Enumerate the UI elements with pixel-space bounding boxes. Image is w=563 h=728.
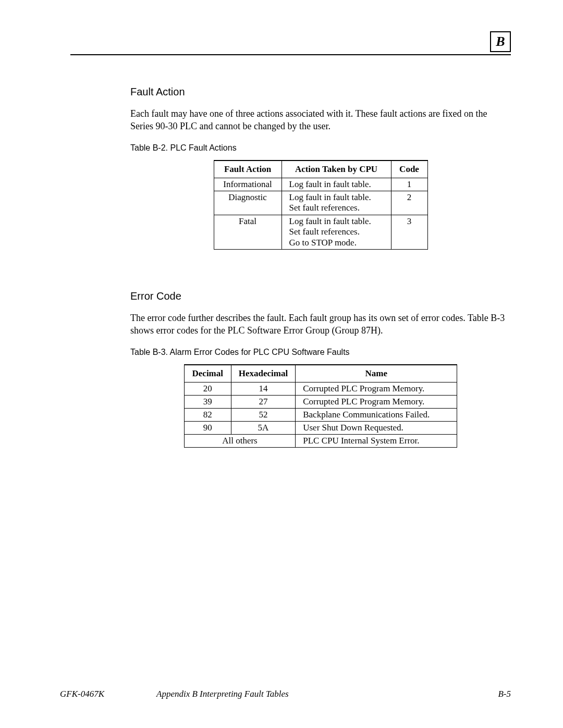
fault-action-heading: Fault Action (130, 86, 511, 98)
appendix-badge: B (490, 31, 511, 52)
cell-hexadecimal: 27 (231, 395, 295, 408)
col-cpu-action: Action Taken by CPU (282, 161, 391, 178)
cell-decimal: 82 (184, 408, 231, 421)
table-header-row: Fault Action Action Taken by CPU Code (214, 161, 427, 178)
table-row: All othersPLC CPU Internal System Error. (184, 434, 457, 447)
cell-all-others: All others (184, 434, 295, 447)
page-header: B (70, 31, 511, 57)
table-row: 3927Corrupted PLC Program Memory. (184, 395, 457, 408)
cell-name: Corrupted PLC Program Memory. (296, 382, 457, 395)
col-hexadecimal: Hexadecimal (231, 365, 295, 382)
table-row: DiagnosticLog fault in fault table.Set f… (214, 191, 427, 215)
cell-hexadecimal: 52 (231, 408, 295, 421)
cell-code: 1 (391, 178, 427, 191)
col-code: Code (391, 161, 427, 178)
footer-chapter: Appendix B Interpreting Fault Tables (104, 689, 498, 699)
cell-code: 2 (391, 191, 427, 215)
cell-name: Corrupted PLC Program Memory. (296, 395, 457, 408)
appendix-letter: B (496, 34, 505, 50)
col-fault-action: Fault Action (214, 161, 282, 178)
cell-decimal: 20 (184, 382, 231, 395)
table-row: 8252Backplane Communications Failed. (184, 408, 457, 421)
cell-hexadecimal: 5A (231, 421, 295, 434)
table-header-row: Decimal Hexadecimal Name (184, 365, 457, 382)
table-row: 2014Corrupted PLC Program Memory. (184, 382, 457, 395)
cell-fault-action: Fatal (214, 215, 282, 249)
cell-decimal: 90 (184, 421, 231, 434)
table-b3-caption: Table B-3. Alarm Error Codes for PLC CPU… (130, 348, 511, 357)
cell-decimal: 39 (184, 395, 231, 408)
table-b2-fault-actions: Fault Action Action Taken by CPU Code In… (214, 160, 428, 250)
cell-name: Backplane Communications Failed. (296, 408, 457, 421)
col-name: Name (296, 365, 457, 382)
fault-action-paragraph: Each fault may have one of three actions… (130, 107, 511, 133)
page-footer: GFK-0467K Appendix B Interpreting Fault … (60, 689, 511, 699)
error-code-paragraph: The error code further describes the fau… (130, 312, 511, 337)
cell-cpu-action: Log fault in fault table. (282, 178, 391, 191)
cell-hexadecimal: 14 (231, 382, 295, 395)
footer-page: B-5 (498, 689, 511, 699)
table-b3-error-codes: Decimal Hexadecimal Name 2014Corrupted P… (184, 364, 457, 448)
cell-fault-action: Informational (214, 178, 282, 191)
cell-cpu-action: Log fault in fault table.Set fault refer… (282, 191, 391, 215)
table-row: FatalLog fault in fault table.Set fault … (214, 215, 427, 249)
cell-name: PLC CPU Internal System Error. (296, 434, 457, 447)
col-decimal: Decimal (184, 365, 231, 382)
footer-doc-id: GFK-0467K (60, 689, 104, 699)
cell-name: User Shut Down Requested. (296, 421, 457, 434)
page-content: Fault Action Each fault may have one of … (130, 86, 511, 448)
table-b2-caption: Table B-2. PLC Fault Actions (130, 143, 511, 153)
cell-code: 3 (391, 215, 427, 249)
table-row: 905AUser Shut Down Requested. (184, 421, 457, 434)
header-rule (70, 54, 511, 55)
cell-cpu-action: Log fault in fault table.Set fault refer… (282, 215, 391, 249)
table-row: InformationalLog fault in fault table.1 (214, 178, 427, 191)
cell-fault-action: Diagnostic (214, 191, 282, 215)
error-code-heading: Error Code (130, 290, 511, 302)
